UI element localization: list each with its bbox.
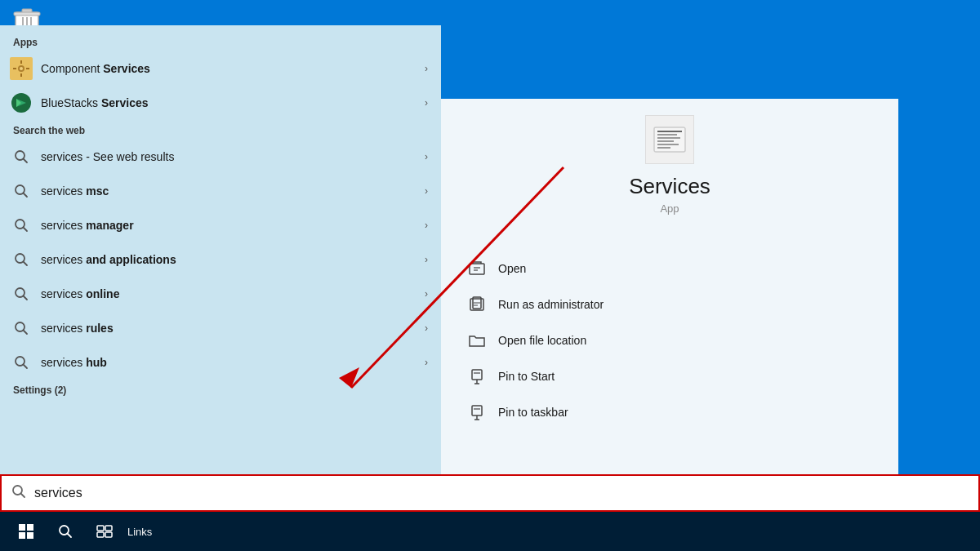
svg-line-39 xyxy=(24,159,28,163)
svg-line-43 xyxy=(24,228,28,232)
taskbar-links-label: Links xyxy=(127,526,152,538)
svg-line-77 xyxy=(21,494,25,498)
services-manager-chevron: › xyxy=(425,220,428,231)
component-services-item[interactable]: Component Services › xyxy=(0,51,441,86)
web-services-item[interactable]: services - See web results › xyxy=(0,140,441,174)
svg-rect-57 xyxy=(657,144,679,145)
services-hub-chevron: › xyxy=(425,357,428,368)
services-rules-text: services rules xyxy=(41,322,425,335)
svg-rect-2 xyxy=(14,12,40,16)
open-icon xyxy=(467,259,487,278)
web-search-icon xyxy=(10,145,33,168)
search-web-label: Search the web xyxy=(0,120,441,140)
services-and-apps-item[interactable]: services and applications › xyxy=(0,242,441,277)
svg-rect-55 xyxy=(657,137,680,139)
app-panel-title: Services xyxy=(457,174,882,199)
svg-rect-56 xyxy=(657,140,674,142)
search-input[interactable] xyxy=(34,486,969,500)
pin-to-start-label: Pin to Start xyxy=(498,370,555,383)
svg-line-47 xyxy=(24,296,28,300)
app-panel-subtitle: App xyxy=(457,202,882,215)
services-online-text: services online xyxy=(41,287,425,300)
svg-rect-79 xyxy=(27,524,33,531)
svg-line-51 xyxy=(24,365,28,369)
taskbar-task-view-button[interactable] xyxy=(85,512,124,551)
services-msc-text: services msc xyxy=(41,184,425,198)
services-msc-icon xyxy=(10,180,33,202)
web-services-chevron: › xyxy=(425,151,428,162)
svg-rect-53 xyxy=(657,131,682,132)
component-services-icon xyxy=(10,57,33,80)
svg-rect-78 xyxy=(19,524,25,531)
search-bar-search-icon xyxy=(11,484,26,502)
pin-to-start-icon xyxy=(467,367,487,386)
svg-rect-34 xyxy=(26,68,29,69)
pin-to-taskbar-action[interactable]: Pin to taskbar xyxy=(457,394,882,430)
component-services-text: Component Services xyxy=(41,62,425,75)
taskbar-search-button[interactable] xyxy=(46,512,85,551)
services-apps-icon xyxy=(10,248,33,271)
services-hub-item[interactable]: services hub › xyxy=(0,345,441,380)
open-file-location-action[interactable]: Open file location xyxy=(457,322,882,358)
component-services-chevron: › xyxy=(425,63,428,74)
bluestacks-services-item[interactable]: BlueStacks Services › xyxy=(0,86,441,120)
search-bar-container xyxy=(0,474,980,512)
services-manager-icon xyxy=(10,214,33,237)
bluestacks-icon xyxy=(10,91,33,114)
open-action[interactable]: Open xyxy=(457,251,882,287)
svg-rect-70 xyxy=(472,406,482,415)
services-rules-chevron: › xyxy=(425,322,428,334)
svg-rect-33 xyxy=(13,68,16,69)
pin-to-start-action[interactable]: Pin to Start xyxy=(457,358,882,394)
start-button[interactable] xyxy=(7,512,46,551)
services-and-apps-chevron: › xyxy=(425,254,428,265)
svg-rect-84 xyxy=(97,526,104,531)
search-results: Apps Component Services xyxy=(0,25,441,474)
open-file-location-label: Open file location xyxy=(498,334,586,347)
svg-line-45 xyxy=(24,262,28,266)
run-as-admin-action[interactable]: Run as administrator xyxy=(457,287,882,322)
services-manager-text: services manager xyxy=(41,219,425,232)
services-hub-text: services hub xyxy=(41,356,425,369)
svg-line-49 xyxy=(24,331,28,335)
svg-rect-31 xyxy=(20,60,22,64)
app-panel: Services App Open xyxy=(441,99,898,474)
svg-line-41 xyxy=(24,193,28,198)
services-msc-chevron: › xyxy=(425,185,428,197)
svg-rect-32 xyxy=(20,73,22,77)
services-rules-item[interactable]: services rules › xyxy=(0,311,441,345)
services-online-icon xyxy=(10,282,33,305)
svg-point-30 xyxy=(20,67,23,70)
desktop: Recycle Bin Google D... UV xyxy=(0,0,980,551)
svg-line-83 xyxy=(68,534,72,538)
services-app-icon xyxy=(645,115,694,164)
open-file-location-icon xyxy=(467,331,487,350)
services-online-item[interactable]: services online › xyxy=(0,277,441,311)
start-menu: Apps Component Services xyxy=(0,25,441,474)
apps-section-label: Apps xyxy=(0,32,441,51)
services-and-apps-text: services and applications xyxy=(41,253,425,266)
svg-rect-85 xyxy=(105,526,112,531)
open-action-label: Open xyxy=(498,262,526,275)
pin-to-taskbar-label: Pin to taskbar xyxy=(498,406,568,419)
bluestacks-services-chevron: › xyxy=(425,97,428,109)
services-rules-icon xyxy=(10,317,33,340)
svg-rect-81 xyxy=(27,532,33,539)
svg-rect-58 xyxy=(657,147,670,149)
pin-to-taskbar-icon xyxy=(467,402,487,422)
services-online-chevron: › xyxy=(425,288,428,300)
svg-rect-87 xyxy=(105,532,112,537)
svg-rect-59 xyxy=(470,264,484,274)
app-actions-list: Open Run as administrator xyxy=(457,251,882,430)
taskbar: Links xyxy=(0,512,980,551)
services-hub-icon xyxy=(10,351,33,374)
services-manager-item[interactable]: services manager › xyxy=(0,208,441,242)
svg-rect-86 xyxy=(97,532,104,537)
run-as-admin-icon xyxy=(467,295,487,314)
web-services-text: services - See web results xyxy=(41,150,425,163)
svg-rect-66 xyxy=(472,370,482,380)
bluestacks-services-text: BlueStacks Services xyxy=(41,96,425,109)
services-msc-item[interactable]: services msc › xyxy=(0,174,441,208)
settings-section-label: Settings (2) xyxy=(0,380,441,399)
run-as-admin-label: Run as administrator xyxy=(498,298,604,311)
